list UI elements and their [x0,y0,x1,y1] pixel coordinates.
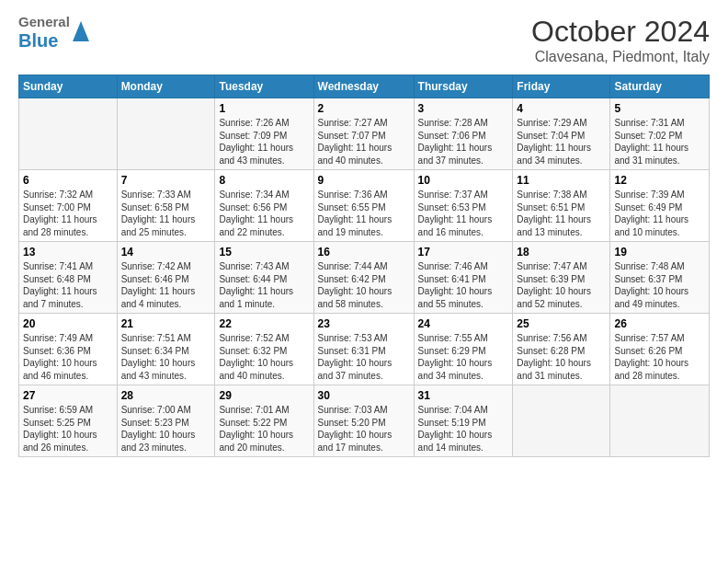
calendar-cell [117,98,215,170]
day-number: 20 [23,317,113,330]
day-info: Sunrise: 7:47 AMSunset: 6:39 PMDaylight:… [517,260,606,310]
day-number: 6 [23,174,113,187]
calendar-cell: 6Sunrise: 7:32 AMSunset: 7:00 PMDaylight… [19,170,118,242]
calendar-cell: 24Sunrise: 7:55 AMSunset: 6:29 PMDayligh… [414,314,513,385]
week-row-2: 6Sunrise: 7:32 AMSunset: 7:00 PMDaylight… [19,170,710,242]
logo-text: General Blue [18,15,70,51]
day-number: 27 [23,389,113,402]
calendar-cell: 22Sunrise: 7:52 AMSunset: 6:32 PMDayligh… [215,314,313,385]
header: General Blue October 2024 Clavesana, Pie… [18,15,710,65]
day-number: 2 [318,102,410,115]
day-info: Sunrise: 7:48 AMSunset: 6:37 PMDaylight:… [614,260,705,310]
day-info: Sunrise: 7:57 AMSunset: 6:26 PMDaylight:… [614,332,705,382]
day-number: 13 [23,246,113,259]
day-number: 22 [219,317,309,330]
day-info: Sunrise: 7:00 AMSunset: 5:23 PMDaylight:… [121,404,211,454]
calendar-cell: 16Sunrise: 7:44 AMSunset: 6:42 PMDayligh… [313,242,414,314]
day-info: Sunrise: 7:37 AMSunset: 6:53 PMDaylight:… [418,189,509,238]
calendar-cell: 26Sunrise: 7:57 AMSunset: 6:26 PMDayligh… [610,314,710,385]
day-info: Sunrise: 7:46 AMSunset: 6:41 PMDaylight:… [418,260,509,310]
day-info: Sunrise: 6:59 AMSunset: 5:25 PMDaylight:… [23,404,113,454]
days-header-row: SundayMondayTuesdayWednesdayThursdayFrid… [19,75,710,98]
day-info: Sunrise: 7:33 AMSunset: 6:58 PMDaylight:… [121,189,211,238]
day-info: Sunrise: 7:53 AMSunset: 6:31 PMDaylight:… [318,332,410,382]
logo: General Blue [18,15,89,51]
day-number: 29 [219,389,309,402]
week-row-1: 1Sunrise: 7:26 AMSunset: 7:09 PMDaylight… [19,98,710,170]
calendar-cell: 31Sunrise: 7:04 AMSunset: 5:19 PMDayligh… [414,385,513,457]
calendar-cell: 30Sunrise: 7:03 AMSunset: 5:20 PMDayligh… [313,385,414,457]
calendar-cell: 1Sunrise: 7:26 AMSunset: 7:09 PMDaylight… [215,98,313,170]
day-info: Sunrise: 7:29 AMSunset: 7:04 PMDaylight:… [517,117,606,167]
day-number: 7 [121,174,211,187]
calendar-cell: 27Sunrise: 6:59 AMSunset: 5:25 PMDayligh… [19,385,118,457]
day-info: Sunrise: 7:41 AMSunset: 6:48 PMDaylight:… [23,260,113,310]
day-number: 12 [614,174,705,187]
calendar-cell: 3Sunrise: 7:28 AMSunset: 7:06 PMDaylight… [414,98,513,170]
day-info: Sunrise: 7:26 AMSunset: 7:09 PMDaylight:… [219,117,309,167]
day-header-monday: Monday [117,75,215,98]
calendar-cell: 18Sunrise: 7:47 AMSunset: 6:39 PMDayligh… [513,242,610,314]
day-header-friday: Friday [513,75,610,98]
day-number: 8 [219,174,309,187]
day-number: 10 [418,174,509,187]
day-number: 30 [318,389,410,402]
day-info: Sunrise: 7:42 AMSunset: 6:46 PMDaylight:… [121,260,211,310]
calendar-cell [610,385,710,457]
calendar-cell: 5Sunrise: 7:31 AMSunset: 7:02 PMDaylight… [610,98,710,170]
day-header-thursday: Thursday [414,75,513,98]
day-number: 17 [418,246,509,259]
calendar-cell: 8Sunrise: 7:34 AMSunset: 6:56 PMDaylight… [215,170,313,242]
calendar-cell: 19Sunrise: 7:48 AMSunset: 6:37 PMDayligh… [610,242,710,314]
day-number: 21 [121,317,211,330]
calendar-cell: 23Sunrise: 7:53 AMSunset: 6:31 PMDayligh… [313,314,414,385]
day-header-wednesday: Wednesday [313,75,414,98]
day-info: Sunrise: 7:55 AMSunset: 6:29 PMDaylight:… [418,332,509,382]
day-number: 16 [318,246,410,259]
page-subtitle: Clavesana, Piedmont, Italy [531,49,710,65]
day-info: Sunrise: 7:38 AMSunset: 6:51 PMDaylight:… [517,189,606,238]
calendar-cell: 4Sunrise: 7:29 AMSunset: 7:04 PMDaylight… [513,98,610,170]
day-number: 26 [614,317,705,330]
day-number: 19 [614,246,705,259]
day-number: 9 [318,174,410,187]
page: General Blue October 2024 Clavesana, Pie… [0,0,728,466]
calendar-cell: 29Sunrise: 7:01 AMSunset: 5:22 PMDayligh… [215,385,313,457]
logo-icon [73,21,89,41]
calendar-cell [19,98,118,170]
day-number: 25 [517,317,606,330]
calendar-table: SundayMondayTuesdayWednesdayThursdayFrid… [18,75,710,457]
calendar-cell: 13Sunrise: 7:41 AMSunset: 6:48 PMDayligh… [19,242,118,314]
day-number: 4 [517,102,606,115]
day-number: 11 [517,174,606,187]
day-header-saturday: Saturday [610,75,710,98]
day-number: 3 [418,102,509,115]
day-number: 5 [614,102,705,115]
calendar-cell: 15Sunrise: 7:43 AMSunset: 6:44 PMDayligh… [215,242,313,314]
calendar-cell: 10Sunrise: 7:37 AMSunset: 6:53 PMDayligh… [414,170,513,242]
day-number: 23 [318,317,410,330]
day-number: 15 [219,246,309,259]
day-number: 31 [418,389,509,402]
day-info: Sunrise: 7:31 AMSunset: 7:02 PMDaylight:… [614,117,705,167]
day-header-sunday: Sunday [19,75,118,98]
page-title: October 2024 [531,15,710,49]
week-row-4: 20Sunrise: 7:49 AMSunset: 6:36 PMDayligh… [19,314,710,385]
title-area: October 2024 Clavesana, Piedmont, Italy [531,15,710,65]
day-number: 14 [121,246,211,259]
day-number: 24 [418,317,509,330]
day-number: 18 [517,246,606,259]
calendar-cell: 12Sunrise: 7:39 AMSunset: 6:49 PMDayligh… [610,170,710,242]
week-row-5: 27Sunrise: 6:59 AMSunset: 5:25 PMDayligh… [19,385,710,457]
calendar-cell: 28Sunrise: 7:00 AMSunset: 5:23 PMDayligh… [117,385,215,457]
day-header-tuesday: Tuesday [215,75,313,98]
calendar-cell: 9Sunrise: 7:36 AMSunset: 6:55 PMDaylight… [313,170,414,242]
calendar-cell: 2Sunrise: 7:27 AMSunset: 7:07 PMDaylight… [313,98,414,170]
week-row-3: 13Sunrise: 7:41 AMSunset: 6:48 PMDayligh… [19,242,710,314]
calendar-cell: 20Sunrise: 7:49 AMSunset: 6:36 PMDayligh… [19,314,118,385]
day-info: Sunrise: 7:44 AMSunset: 6:42 PMDaylight:… [318,260,410,310]
logo-blue: Blue [18,30,70,51]
calendar-cell: 21Sunrise: 7:51 AMSunset: 6:34 PMDayligh… [117,314,215,385]
day-info: Sunrise: 7:01 AMSunset: 5:22 PMDaylight:… [219,404,309,454]
calendar-cell: 11Sunrise: 7:38 AMSunset: 6:51 PMDayligh… [513,170,610,242]
